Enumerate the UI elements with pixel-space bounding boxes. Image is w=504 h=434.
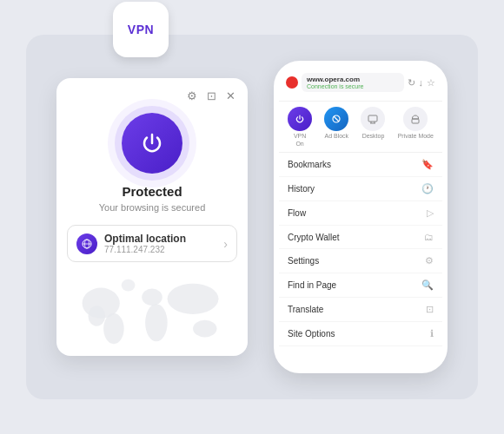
svg-rect-13 [368, 115, 377, 122]
vpn-panel-header: ⚙ ⊡ ✕ [67, 89, 237, 102]
menu-item-flow[interactable]: Flow ▷ [279, 201, 442, 226]
download-icon[interactable]: ↓ [419, 77, 424, 88]
ext-desktop-label: Desktop [362, 133, 385, 139]
browser-url-box[interactable]: www.opera.com Connection is secure [302, 73, 404, 92]
menu-item-bookmarks[interactable]: Bookmarks 🔖 [279, 153, 442, 177]
menu-item-settings-label: Settings [288, 256, 319, 266]
vpn-world-map [67, 273, 237, 351]
translate-icon: ⊡ [426, 304, 434, 315]
bookmark-icon: 🔖 [421, 159, 434, 170]
svg-point-7 [145, 304, 167, 341]
browser-url-site: www.opera.com [307, 76, 399, 83]
desktop-icon [368, 114, 378, 124]
browser-url-row: www.opera.com Connection is secure ↻ ↓ ☆ [286, 73, 435, 92]
menu-item-crypto-label: Crypto Wallet [288, 233, 340, 242]
location-flag-icon [76, 233, 97, 254]
adblock-icon [331, 114, 342, 124]
ext-desktop[interactable]: Desktop [361, 107, 385, 147]
opera-icon [286, 76, 298, 89]
menu-item-crypto[interactable]: Crypto Wallet 🗂 [279, 226, 442, 249]
svg-point-10 [122, 279, 136, 292]
scene: VPN ⚙ ⊡ ✕ Protected Your browsing is sec… [26, 35, 478, 399]
svg-rect-17 [412, 119, 419, 123]
vpn-panel: ⚙ ⊡ ✕ Protected Your browsing is secured… [56, 78, 248, 356]
private-icon [410, 114, 421, 124]
settings-menu-icon: ⚙ [425, 255, 434, 266]
ext-private-circle [403, 107, 428, 131]
svg-point-4 [89, 306, 106, 326]
ext-desktop-circle [361, 107, 385, 131]
menu-item-flow-label: Flow [288, 208, 306, 218]
menu-list: Bookmarks 🔖 History 🕐 Flow ▷ Crypto Wall… [279, 153, 442, 368]
reload-icon[interactable]: ↻ [408, 77, 415, 89]
vpn-app-icon[interactable]: VPN [113, 2, 169, 57]
ext-vpn-circle [288, 107, 312, 131]
vpn-ext-icon [295, 114, 305, 124]
vpn-icon-label: VPN [128, 23, 154, 36]
search-menu-icon: 🔍 [421, 279, 434, 291]
browser-extensions: VPN On Ad Block [279, 102, 442, 153]
ext-adblock[interactable]: Ad Block [324, 107, 348, 147]
vpn-power-button[interactable] [122, 113, 182, 174]
ext-adblock-label: Ad Block [324, 133, 348, 139]
location-ip: 77.111.247.232 [104, 245, 223, 254]
svg-point-5 [103, 313, 124, 344]
power-icon [138, 129, 166, 157]
menu-item-history-label: History [288, 184, 315, 194]
settings-icon[interactable]: ⚙ [185, 89, 199, 102]
menu-item-site-label: Site Options [288, 329, 335, 339]
location-arrow-icon: › [223, 237, 228, 251]
vpn-location-row[interactable]: Optimal location 77.111.247.232 › [67, 225, 237, 262]
close-icon[interactable]: ✕ [223, 89, 237, 102]
menu-item-translate-label: Translate [288, 305, 323, 314]
svg-point-8 [168, 284, 219, 314]
svg-point-9 [193, 320, 216, 338]
browser-secure-label: Connection is secure [307, 83, 399, 89]
phone-mockup: www.opera.com Connection is secure ↻ ↓ ☆ [274, 61, 448, 373]
menu-item-history[interactable]: History 🕐 [279, 177, 442, 201]
menu-item-find-label: Find in Page [288, 280, 336, 290]
location-text: Optimal location 77.111.247.232 [104, 233, 223, 254]
location-name: Optimal location [104, 233, 223, 245]
ext-private[interactable]: Private Mode [398, 107, 434, 147]
menu-item-bookmarks-label: Bookmarks [288, 160, 331, 169]
ext-private-label: Private Mode [398, 133, 434, 139]
vpn-status-subtitle: Your browsing is secured [67, 202, 237, 213]
ext-vpn-status: On [295, 141, 303, 147]
phone-screen: www.opera.com Connection is secure ↻ ↓ ☆ [279, 66, 442, 368]
minimize-icon[interactable]: ⊡ [204, 89, 218, 102]
flow-icon: ▷ [427, 207, 434, 219]
menu-item-settings[interactable]: Settings ⚙ [279, 249, 442, 273]
globe-icon [82, 239, 92, 249]
site-options-icon: ℹ [430, 328, 434, 339]
ext-vpn[interactable]: VPN On [288, 107, 312, 147]
world-map-svg [67, 273, 237, 351]
ext-adblock-circle [324, 107, 348, 131]
vpn-status-title: Protected [67, 184, 237, 199]
wallet-icon: 🗂 [424, 232, 434, 242]
history-icon: 🕐 [421, 183, 434, 194]
menu-item-site[interactable]: Site Options ℹ [279, 322, 442, 346]
svg-point-6 [142, 289, 162, 306]
menu-item-find[interactable]: Find in Page 🔍 [279, 273, 442, 298]
star-icon[interactable]: ☆ [427, 77, 435, 89]
ext-vpn-label: VPN [294, 133, 306, 139]
menu-item-translate[interactable]: Translate ⊡ [279, 298, 442, 322]
browser-bar: www.opera.com Connection is secure ↻ ↓ ☆ [279, 66, 442, 102]
svg-line-12 [334, 116, 339, 122]
